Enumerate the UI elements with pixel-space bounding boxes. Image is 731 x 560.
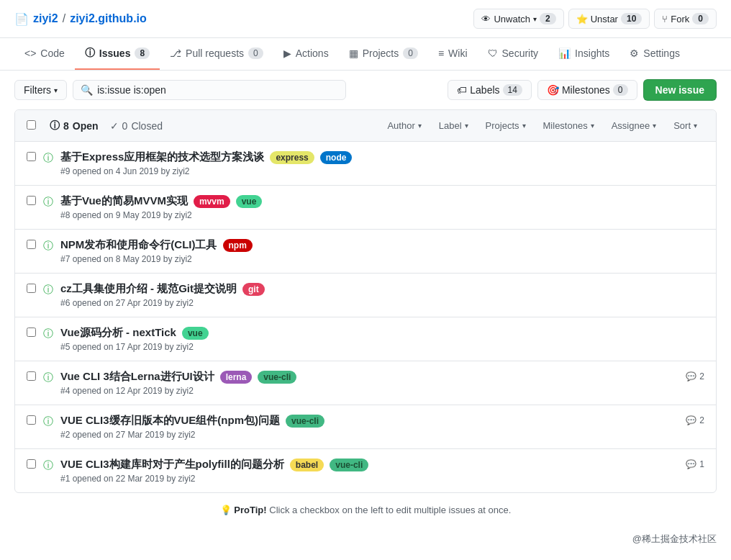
- label-filter-button[interactable]: Label ▾: [432, 117, 476, 134]
- issue-label[interactable]: express: [270, 151, 314, 164]
- filters-button[interactable]: Filters ▾: [14, 80, 67, 100]
- issue-label[interactable]: mvvm: [194, 195, 230, 208]
- select-all-checkbox[interactable]: [27, 120, 36, 130]
- tab-settings[interactable]: ⚙ Settings: [619, 38, 690, 70]
- row-checkbox[interactable]: [27, 240, 36, 249]
- issue-title[interactable]: VUE CLI3构建库时对于产生polyfill的问题分析: [60, 458, 284, 471]
- projects-filter-button[interactable]: Projects ▾: [478, 117, 533, 134]
- issue-label[interactable]: lerna: [220, 371, 253, 384]
- table-row: ⓘ 基于Vue的简易MVVM实现 mvvmvue #8 opened on 9 …: [15, 186, 716, 230]
- filters-label: Filters: [24, 84, 51, 96]
- issues-table-header: ⓘ 8 Open ✓ 0 Closed Author ▾ Label ▾ Pro…: [15, 110, 716, 142]
- row-checkbox[interactable]: [27, 284, 36, 293]
- select-all-checkbox-area: [27, 120, 41, 132]
- issue-label[interactable]: vue: [236, 195, 263, 208]
- tab-actions[interactable]: ▶ Actions: [273, 38, 339, 70]
- issue-label[interactable]: vue-cli: [286, 415, 324, 428]
- tab-code[interactable]: <> Code: [14, 38, 75, 70]
- issue-open-icon: ⓘ: [43, 370, 53, 384]
- open-check-icon: ⓘ: [50, 119, 60, 132]
- issue-content: 基于Vue的简易MVVM实现 mvvmvue #8 opened on 9 Ma…: [60, 194, 704, 220]
- issue-meta: #1 opened on 22 Mar 2019 by ziyi2: [60, 474, 678, 484]
- milestones-count: 0: [613, 84, 628, 96]
- issue-comments[interactable]: 💬 2: [686, 414, 704, 425]
- tab-wiki[interactable]: ≡ Wiki: [428, 38, 478, 70]
- tab-actions-label: Actions: [296, 48, 329, 59]
- repo-owner-link[interactable]: ziyi2: [33, 12, 58, 25]
- nav-tabs: <> Code ⓘ Issues 8 ⎇ Pull requests 0 ▶ A…: [0, 38, 731, 71]
- unwatch-button[interactable]: 👁 Unwatch ▾ 2: [473, 9, 563, 29]
- issue-comments[interactable]: 💬 1: [686, 458, 704, 469]
- issue-label[interactable]: vue-cli: [330, 459, 368, 471]
- issue-content: VUE CLI3构建库时对于产生polyfill的问题分析 babelvue-c…: [60, 458, 678, 484]
- issue-label[interactable]: git: [242, 283, 265, 296]
- open-count-num: 8: [63, 120, 69, 132]
- labels-button[interactable]: 🏷 Labels 14: [448, 80, 532, 100]
- issues-list: ⓘ 基于Express应用框架的技术选型方案浅谈 expressnode #9 …: [15, 142, 716, 492]
- issue-title-row: VUE CLI3缓存旧版本的VUE组件(npm包)问题 vue-cli: [60, 414, 678, 428]
- issue-title[interactable]: Vue源码分析 - nextTick: [60, 326, 176, 340]
- repo-name-link[interactable]: ziyi2.github.io: [70, 12, 147, 25]
- issue-comments[interactable]: 💬 2: [686, 370, 704, 381]
- issue-label[interactable]: node: [320, 151, 353, 164]
- issue-meta: #7 opened on 8 May 2019 by ziyi2: [60, 254, 704, 264]
- new-issue-button[interactable]: New issue: [643, 79, 717, 101]
- header-filters: Author ▾ Label ▾ Projects ▾ Milestones ▾…: [380, 117, 704, 134]
- fork-button[interactable]: ⑂ Fork 0: [654, 9, 717, 29]
- issue-checkbox[interactable]: [27, 458, 36, 471]
- fork-label: Fork: [671, 14, 689, 24]
- row-checkbox[interactable]: [27, 371, 36, 381]
- labels-label: Labels: [470, 84, 499, 96]
- comment-icon: 💬: [686, 415, 696, 425]
- issue-title[interactable]: 基于Express应用框架的技术选型方案浅谈: [60, 150, 264, 164]
- issue-checkbox[interactable]: [27, 194, 36, 207]
- issue-title[interactable]: NPM发布和使用命令行(CLI)工具: [60, 238, 217, 252]
- issue-label[interactable]: vue: [182, 327, 209, 340]
- issue-label[interactable]: vue-cli: [258, 371, 296, 384]
- issue-checkbox[interactable]: [27, 326, 36, 339]
- tab-security[interactable]: 🛡 Security: [478, 38, 549, 70]
- milestones-button[interactable]: 🎯 Milestones 0: [537, 80, 637, 100]
- issue-title[interactable]: VUE CLI3缓存旧版本的VUE组件(npm包)问题: [60, 414, 280, 428]
- unstar-button[interactable]: ⭐ Unstar 10: [568, 9, 650, 29]
- row-checkbox[interactable]: [27, 328, 36, 337]
- open-count[interactable]: ⓘ 8 Open: [50, 119, 99, 132]
- issue-title-row: 基于Vue的简易MVVM实现 mvvmvue: [60, 194, 704, 208]
- issue-checkbox[interactable]: [27, 238, 36, 251]
- sort-chevron-icon: ▾: [694, 122, 697, 130]
- issue-checkbox[interactable]: [27, 370, 36, 383]
- issue-label[interactable]: babel: [290, 459, 324, 471]
- pulls-count: 0: [248, 48, 263, 59]
- tab-issues[interactable]: ⓘ Issues 8: [75, 38, 160, 70]
- search-input[interactable]: [97, 84, 338, 96]
- issue-open-icon: ⓘ: [43, 194, 53, 209]
- tab-pulls[interactable]: ⎇ Pull requests 0: [160, 38, 273, 70]
- label-icon: 🏷: [457, 84, 467, 96]
- tab-projects[interactable]: ▦ Projects 0: [339, 38, 428, 70]
- issue-checkbox[interactable]: [27, 414, 36, 427]
- assignee-filter-button[interactable]: Assignee ▾: [604, 117, 663, 134]
- issue-label[interactable]: npm: [223, 239, 253, 252]
- issue-title[interactable]: Vue CLI 3结合Lerna进行UI设计: [60, 370, 214, 384]
- milestones-filter-button[interactable]: Milestones ▾: [536, 117, 601, 134]
- row-checkbox[interactable]: [27, 415, 36, 425]
- tab-issues-label: Issues: [99, 48, 131, 59]
- closed-count[interactable]: ✓ 0 Closed: [110, 120, 163, 132]
- closed-check-icon: ✓: [110, 120, 119, 132]
- unstar-label: Unstar: [591, 14, 618, 24]
- issue-checkbox[interactable]: [27, 282, 36, 295]
- issue-title-row: 基于Express应用框架的技术选型方案浅谈 expressnode: [60, 150, 704, 164]
- protip-bold: ProTip!: [234, 505, 266, 515]
- issue-open-icon: ⓘ: [43, 150, 53, 165]
- sort-filter-button[interactable]: Sort ▾: [666, 117, 704, 134]
- row-checkbox[interactable]: [27, 196, 36, 205]
- labels-count: 14: [503, 84, 522, 96]
- issue-title[interactable]: 基于Vue的简易MVVM实现: [60, 194, 188, 208]
- issue-checkbox[interactable]: [27, 150, 36, 163]
- issue-title[interactable]: cz工具集使用介绍 - 规范Git提交说明: [60, 282, 237, 296]
- row-checkbox[interactable]: [27, 152, 36, 161]
- tab-insights[interactable]: 📊 Insights: [548, 38, 619, 70]
- author-filter-button[interactable]: Author ▾: [380, 117, 428, 134]
- row-checkbox[interactable]: [27, 459, 36, 469]
- milestones-chevron-icon: ▾: [591, 122, 594, 130]
